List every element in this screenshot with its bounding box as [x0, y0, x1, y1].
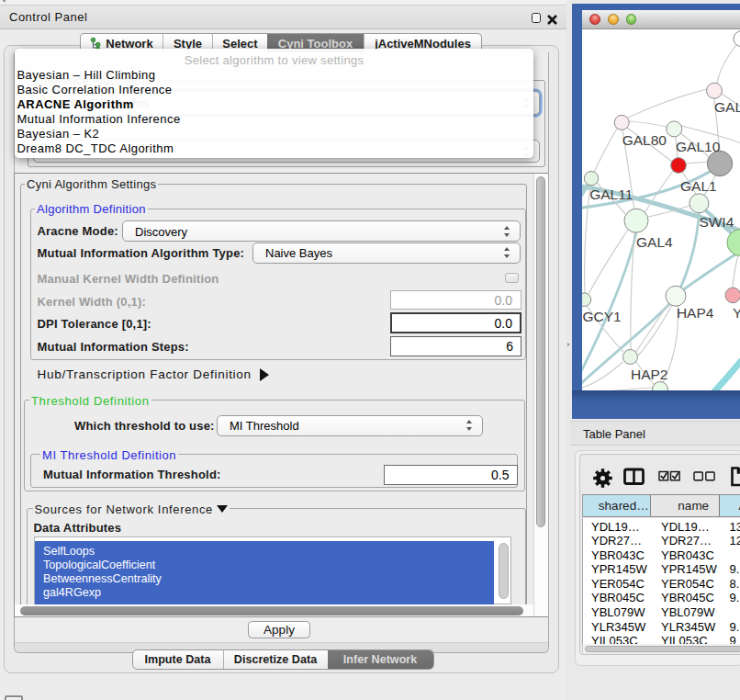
svg-text:SWI4: SWI4 — [699, 214, 734, 230]
svg-text:GAL1: GAL1 — [680, 178, 717, 194]
svg-text:GCY1: GCY1 — [583, 309, 622, 324]
svg-text:HAP4: HAP4 — [677, 305, 714, 321]
svg-text:Y: Y — [733, 304, 740, 320]
svg-text:GAL11: GAL11 — [589, 186, 633, 201]
svg-text:GAL2: GAL2 — [714, 99, 740, 115]
svg-text:GAL80: GAL80 — [622, 131, 667, 147]
svg-text:HAP2: HAP2 — [631, 366, 668, 381]
svg-text:GAL10: GAL10 — [676, 139, 721, 154]
svg-text:GAL4: GAL4 — [636, 234, 673, 250]
